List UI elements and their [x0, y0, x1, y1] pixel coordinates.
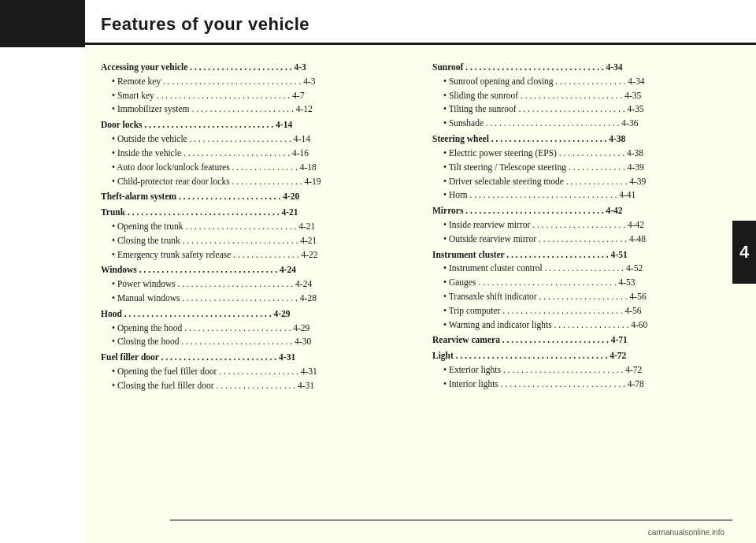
toc-item: Accessing your vehicle . . . . . . . . .…	[101, 61, 409, 75]
toc-item: • Emergency trunk safety release . . . .…	[101, 248, 409, 262]
footer-watermark: carmanualsonline.info	[648, 528, 724, 537]
toc-item: • Child-protector rear door locks . . . …	[101, 175, 409, 189]
toc-item: Fuel filler door . . . . . . . . . . . .…	[101, 351, 409, 365]
left-sidebar	[0, 0, 85, 543]
toc-item: Rearview camera . . . . . . . . . . . . …	[432, 333, 740, 348]
toc-item: • Remote key . . . . . . . . . . . . . .…	[101, 75, 409, 89]
toc-item: • Sliding the sunroof . . . . . . . . . …	[432, 89, 740, 103]
toc-item: • Auto door lock/unlock features . . . .…	[101, 161, 409, 175]
toc-item: • Trip computer . . . . . . . . . . . . …	[432, 304, 740, 318]
toc-item: • Tilt steering / Telescope steering . .…	[432, 161, 740, 175]
toc-item: • Immobilizer system . . . . . . . . . .…	[101, 102, 409, 117]
toc-item: • Inside rearview mirror . . . . . . . .…	[432, 218, 740, 232]
left-black-block	[0, 0, 85, 47]
toc-item: • Instrument cluster control . . . . . .…	[432, 262, 740, 276]
toc-item: • Power windows . . . . . . . . . . . . …	[101, 277, 409, 292]
page-header: Features of your vehicle	[85, 0, 756, 45]
toc-item: • Outside the vehicle . . . . . . . . . …	[101, 132, 409, 147]
toc-item: • Tilting the sunroof . . . . . . . . . …	[432, 102, 740, 117]
toc-item: • Electric power steering (EPS) . . . . …	[432, 147, 740, 161]
footer-line	[170, 519, 732, 521]
toc-item: • Sunshade . . . . . . . . . . . . . . .…	[432, 117, 740, 131]
toc-item: • Manual windows . . . . . . . . . . . .…	[101, 292, 409, 306]
toc-item: • Gauges . . . . . . . . . . . . . . . .…	[432, 276, 740, 290]
toc-item: • Sunroof opening and closing . . . . . …	[432, 75, 740, 89]
chapter-number: 4	[739, 242, 749, 262]
toc-item: Hood . . . . . . . . . . . . . . . . . .…	[101, 307, 409, 322]
toc-right-column: Sunroof . . . . . . . . . . . . . . . . …	[432, 59, 740, 531]
toc-item: Windows . . . . . . . . . . . . . . . . …	[101, 263, 409, 277]
chapter-tab: 4	[732, 221, 756, 284]
toc-item: • Warning and indicator lights . . . . .…	[432, 318, 740, 333]
toc-item: Steering wheel . . . . . . . . . . . . .…	[432, 132, 740, 147]
toc-item: • Opening the hood . . . . . . . . . . .…	[101, 322, 409, 336]
toc-item: • Transaxle shift indicator . . . . . . …	[432, 290, 740, 304]
content-area: Accessing your vehicle . . . . . . . . .…	[85, 45, 756, 543]
toc-item: Instrument cluster . . . . . . . . . . .…	[432, 248, 740, 262]
toc-item: Mirrors . . . . . . . . . . . . . . . . …	[432, 204, 740, 218]
toc-item: • Outside rearview mirror . . . . . . . …	[432, 232, 740, 247]
toc-item: Trunk . . . . . . . . . . . . . . . . . …	[101, 206, 409, 220]
toc-item: • Closing the hood . . . . . . . . . . .…	[101, 335, 409, 349]
page-wrapper: Features of your vehicle Accessing your …	[0, 0, 756, 543]
page-title: Features of your vehicle	[101, 14, 309, 34]
toc-item: Sunroof . . . . . . . . . . . . . . . . …	[432, 61, 740, 75]
toc-item: • Interior lights . . . . . . . . . . . …	[432, 377, 740, 392]
toc-item: Light . . . . . . . . . . . . . . . . . …	[432, 349, 740, 363]
toc-item: • Smart key . . . . . . . . . . . . . . …	[101, 89, 409, 103]
toc-item: • Opening the trunk . . . . . . . . . . …	[101, 220, 409, 234]
toc-left-column: Accessing your vehicle . . . . . . . . .…	[101, 59, 409, 531]
toc-item: • Inside the vehicle . . . . . . . . . .…	[101, 147, 409, 161]
toc-item: • Opening the fuel filler door . . . . .…	[101, 365, 409, 379]
main-content: Features of your vehicle Accessing your …	[85, 0, 756, 543]
toc-item: Theft-alarm system . . . . . . . . . . .…	[101, 190, 409, 204]
toc-item: Door locks . . . . . . . . . . . . . . .…	[101, 118, 409, 132]
toc-item: • Exterior lights . . . . . . . . . . . …	[432, 363, 740, 377]
toc-item: • Driver selectable steering mode . . . …	[432, 175, 740, 189]
toc-item: • Closing the fuel filler door . . . . .…	[101, 379, 409, 393]
toc-item: • Horn . . . . . . . . . . . . . . . . .…	[432, 188, 740, 203]
toc-item: • Closing the trunk . . . . . . . . . . …	[101, 234, 409, 248]
